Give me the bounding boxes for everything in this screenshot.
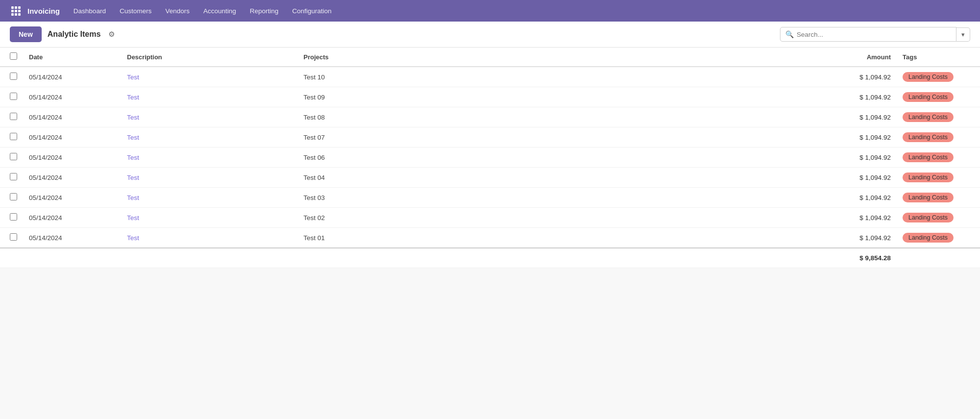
- table-row: 05/14/2024 Test Test 04 $ 1,094.92 Landi…: [0, 168, 980, 188]
- row-description-1[interactable]: Test: [121, 87, 298, 107]
- apps-grid-icon[interactable]: [8, 3, 24, 19]
- row-project-5: Test 04: [298, 168, 833, 188]
- row-checkbox-6[interactable]: [10, 193, 17, 200]
- app-name[interactable]: Invoicing: [27, 7, 60, 15]
- row-date-4: 05/14/2024: [23, 148, 121, 168]
- total-empty-5: [897, 248, 980, 268]
- row-description-6[interactable]: Test: [121, 188, 298, 208]
- row-description-3[interactable]: Test: [121, 127, 298, 148]
- nav-item-accounting[interactable]: Accounting: [198, 4, 242, 18]
- row-amount-2: $ 1,094.92: [833, 107, 897, 127]
- row-checkbox-cell[interactable]: [0, 188, 23, 208]
- row-tags-7: Landing Costs: [897, 208, 980, 228]
- row-checkbox-2[interactable]: [10, 113, 17, 120]
- nav-item-vendors[interactable]: Vendors: [159, 4, 196, 18]
- tag-badge-6[interactable]: Landing Costs: [903, 193, 954, 202]
- tag-badge-5[interactable]: Landing Costs: [903, 173, 954, 182]
- page-title: Analytic Items: [48, 30, 101, 39]
- column-header-description[interactable]: Description: [121, 48, 298, 67]
- total-empty-1: [0, 248, 23, 268]
- column-header-tags[interactable]: Tags: [897, 48, 980, 67]
- row-date-7: 05/14/2024: [23, 208, 121, 228]
- row-checkbox-7[interactable]: [10, 213, 17, 221]
- select-all-checkbox[interactable]: [10, 52, 17, 60]
- row-amount-8: $ 1,094.92: [833, 228, 897, 248]
- search-area: 🔍 ▾: [780, 27, 970, 42]
- nav-item-reporting[interactable]: Reporting: [244, 4, 285, 18]
- analytic-items-table: Date Description Projects Amount Tags 05…: [0, 48, 980, 268]
- column-header-projects[interactable]: Projects: [298, 48, 833, 67]
- row-amount-6: $ 1,094.92: [833, 188, 897, 208]
- row-date-8: 05/14/2024: [23, 228, 121, 248]
- row-checkbox-cell[interactable]: [0, 67, 23, 87]
- table-row: 05/14/2024 Test Test 08 $ 1,094.92 Landi…: [0, 107, 980, 127]
- row-project-3: Test 07: [298, 127, 833, 148]
- row-date-3: 05/14/2024: [23, 127, 121, 148]
- tag-badge-0[interactable]: Landing Costs: [903, 72, 954, 82]
- nav-item-customers[interactable]: Customers: [114, 4, 157, 18]
- row-checkbox-cell[interactable]: [0, 127, 23, 148]
- row-description-0[interactable]: Test: [121, 67, 298, 87]
- row-amount-4: $ 1,094.92: [833, 148, 897, 168]
- nav-item-dashboard[interactable]: Dashboard: [68, 4, 112, 18]
- search-input[interactable]: [797, 31, 951, 38]
- row-checkbox-5[interactable]: [10, 173, 17, 180]
- top-navigation: Invoicing Dashboard Customers Vendors Ac…: [0, 0, 980, 22]
- row-description-8[interactable]: Test: [121, 228, 298, 248]
- table-row: 05/14/2024 Test Test 02 $ 1,094.92 Landi…: [0, 208, 980, 228]
- row-date-0: 05/14/2024: [23, 67, 121, 87]
- nav-item-configuration[interactable]: Configuration: [286, 4, 337, 18]
- column-header-date[interactable]: Date: [23, 48, 121, 67]
- row-amount-7: $ 1,094.92: [833, 208, 897, 228]
- row-checkbox-cell[interactable]: [0, 208, 23, 228]
- row-checkbox-cell[interactable]: [0, 148, 23, 168]
- row-checkbox-cell[interactable]: [0, 107, 23, 127]
- row-checkbox-cell[interactable]: [0, 168, 23, 188]
- row-tags-1: Landing Costs: [897, 87, 980, 107]
- row-description-4[interactable]: Test: [121, 148, 298, 168]
- row-amount-5: $ 1,094.92: [833, 168, 897, 188]
- analytic-items-table-container: Date Description Projects Amount Tags 05…: [0, 48, 980, 268]
- row-description-7[interactable]: Test: [121, 208, 298, 228]
- tag-badge-4[interactable]: Landing Costs: [903, 152, 954, 162]
- row-date-1: 05/14/2024: [23, 87, 121, 107]
- row-date-6: 05/14/2024: [23, 188, 121, 208]
- search-icon: 🔍: [785, 30, 794, 38]
- row-checkbox-3[interactable]: [10, 133, 17, 140]
- row-checkbox-cell[interactable]: [0, 87, 23, 107]
- row-tags-6: Landing Costs: [897, 188, 980, 208]
- table-row: 05/14/2024 Test Test 09 $ 1,094.92 Landi…: [0, 87, 980, 107]
- search-box: 🔍: [780, 27, 956, 42]
- row-checkbox-8[interactable]: [10, 233, 17, 241]
- row-checkbox-4[interactable]: [10, 153, 17, 160]
- tag-badge-7[interactable]: Landing Costs: [903, 213, 954, 222]
- table-row: 05/14/2024 Test Test 06 $ 1,094.92 Landi…: [0, 148, 980, 168]
- row-tags-0: Landing Costs: [897, 67, 980, 87]
- new-button[interactable]: New: [10, 26, 42, 42]
- column-header-amount[interactable]: Amount: [833, 48, 897, 67]
- row-project-4: Test 06: [298, 148, 833, 168]
- row-amount-3: $ 1,094.92: [833, 127, 897, 148]
- settings-gear-button[interactable]: ⚙: [106, 29, 117, 40]
- search-dropdown-button[interactable]: ▾: [956, 27, 970, 42]
- row-project-1: Test 09: [298, 87, 833, 107]
- tag-badge-2[interactable]: Landing Costs: [903, 112, 954, 122]
- row-checkbox-cell[interactable]: [0, 228, 23, 248]
- row-project-2: Test 08: [298, 107, 833, 127]
- row-project-0: Test 10: [298, 67, 833, 87]
- table-row: 05/14/2024 Test Test 03 $ 1,094.92 Landi…: [0, 188, 980, 208]
- row-amount-0: $ 1,094.92: [833, 67, 897, 87]
- table-header-row: Date Description Projects Amount Tags: [0, 48, 980, 67]
- row-checkbox-0[interactable]: [10, 73, 17, 80]
- row-description-2[interactable]: Test: [121, 107, 298, 127]
- select-all-checkbox-header[interactable]: [0, 48, 23, 67]
- row-description-5[interactable]: Test: [121, 168, 298, 188]
- row-project-7: Test 02: [298, 208, 833, 228]
- row-amount-1: $ 1,094.92: [833, 87, 897, 107]
- tag-badge-1[interactable]: Landing Costs: [903, 92, 954, 102]
- row-checkbox-1[interactable]: [10, 93, 17, 100]
- tag-badge-8[interactable]: Landing Costs: [903, 233, 954, 243]
- row-tags-8: Landing Costs: [897, 228, 980, 248]
- row-project-8: Test 01: [298, 228, 833, 248]
- tag-badge-3[interactable]: Landing Costs: [903, 132, 954, 142]
